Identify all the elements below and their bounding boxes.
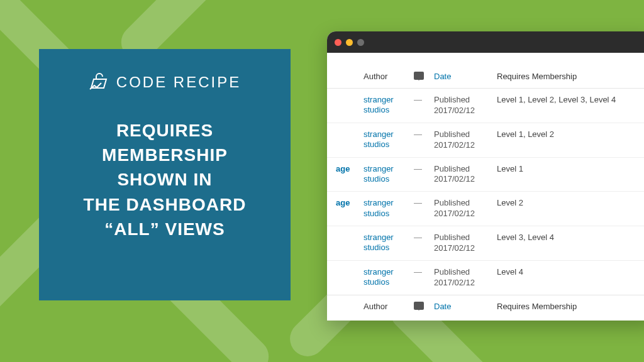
window-titlebar <box>327 31 644 53</box>
date-status: Published <box>434 95 487 106</box>
author-link[interactable]: stranger studios <box>364 233 404 253</box>
post-title-cell <box>327 260 358 295</box>
brand: CODE RECIPE <box>89 72 241 93</box>
headline: REQUIRES MEMBERSHIP SHOWN IN THE DASHBOA… <box>84 118 247 241</box>
comments-count: — <box>414 129 422 139</box>
col-membership-header[interactable]: Requires Membership <box>492 65 644 89</box>
col-author-footer[interactable]: Author <box>358 295 409 318</box>
author-cell: stranger studios <box>358 157 409 192</box>
comment-icon <box>414 302 424 310</box>
promo-card: CODE RECIPE REQUIRES MEMBERSHIP SHOWN IN… <box>39 49 291 300</box>
date-status: Published <box>434 267 487 278</box>
date-value: 2017/02/12 <box>434 278 487 288</box>
author-cell: stranger studios <box>358 89 409 123</box>
col-comments-header[interactable] <box>409 65 429 89</box>
post-title-link[interactable]: age <box>336 164 350 173</box>
author-link[interactable]: stranger studios <box>364 198 404 219</box>
close-icon[interactable] <box>335 39 341 46</box>
col-title-footer <box>327 295 358 318</box>
date-value: 2017/02/12 <box>434 209 487 219</box>
date-value: 2017/02/12 <box>434 243 487 254</box>
date-cell: Published2017/02/12 <box>429 123 492 157</box>
date-status: Published <box>434 164 487 175</box>
table-header-row: Author Date Requires Membership <box>327 65 644 89</box>
post-title-cell <box>327 226 358 261</box>
date-status: Published <box>434 198 487 209</box>
date-status: Published <box>434 233 487 243</box>
author-link[interactable]: stranger studios <box>364 164 404 185</box>
post-title-cell <box>327 123 358 157</box>
comments-cell: — <box>409 89 429 123</box>
table-row: stranger studios—Published2017/02/12Leve… <box>327 123 644 157</box>
author-cell: stranger studios <box>358 226 409 261</box>
date-status: Published <box>434 129 487 140</box>
browser-window: Author Date Requires Membership stranger… <box>327 31 644 321</box>
maximize-icon[interactable] <box>357 39 364 46</box>
col-comments-footer[interactable] <box>409 295 429 318</box>
table-footer-row: Author Date Requires Membership <box>327 295 644 318</box>
posts-table-wrap: Author Date Requires Membership stranger… <box>327 53 644 318</box>
author-link[interactable]: stranger studios <box>364 129 404 150</box>
author-cell: stranger studios <box>358 260 409 295</box>
author-link[interactable]: stranger studios <box>364 267 404 288</box>
membership-cell: Level 1, Level 2 <box>492 123 644 157</box>
date-value: 2017/02/12 <box>434 140 487 151</box>
col-date-header[interactable]: Date <box>429 65 492 89</box>
comments-cell: — <box>409 226 429 261</box>
author-cell: stranger studios <box>358 192 409 226</box>
table-row: stranger studios—Published2017/02/12Leve… <box>327 226 644 261</box>
membership-cell: Level 3, Level 4 <box>492 226 644 261</box>
lock-icon <box>89 72 110 93</box>
date-cell: Published2017/02/12 <box>429 157 492 192</box>
comments-count: — <box>414 233 422 242</box>
table-row: stranger studios—Published2017/02/12Leve… <box>327 260 644 295</box>
comments-count: — <box>414 198 422 207</box>
col-date-footer[interactable]: Date <box>429 295 492 318</box>
date-value: 2017/02/12 <box>434 174 487 185</box>
membership-cell: Level 1 <box>492 157 644 192</box>
col-author-header[interactable]: Author <box>358 65 409 89</box>
comments-cell: — <box>409 192 429 226</box>
comments-count: — <box>414 267 422 277</box>
author-cell: stranger studios <box>358 123 409 157</box>
table-row: agestranger studios—Published2017/02/12L… <box>327 192 644 226</box>
comments-cell: — <box>409 157 429 192</box>
posts-table: Author Date Requires Membership stranger… <box>327 65 644 318</box>
post-title-link[interactable]: age <box>336 198 350 207</box>
brand-label: CODE RECIPE <box>116 74 241 91</box>
comment-icon <box>414 72 424 80</box>
membership-cell: Level 4 <box>492 260 644 295</box>
post-title-cell: age <box>327 192 358 226</box>
date-cell: Published2017/02/12 <box>429 89 492 123</box>
membership-cell: Level 2 <box>492 192 644 226</box>
date-cell: Published2017/02/12 <box>429 260 492 295</box>
comments-cell: — <box>409 123 429 157</box>
comments-cell: — <box>409 260 429 295</box>
post-title-cell: age <box>327 157 358 192</box>
comments-count: — <box>414 164 422 173</box>
col-membership-footer[interactable]: Requires Membership <box>492 295 644 318</box>
date-cell: Published2017/02/12 <box>429 226 492 261</box>
date-value: 2017/02/12 <box>434 106 487 116</box>
post-title-cell <box>327 89 358 123</box>
table-row: agestranger studios—Published2017/02/12L… <box>327 157 644 192</box>
table-row: stranger studios—Published2017/02/12Leve… <box>327 89 644 123</box>
col-title-header <box>327 65 358 89</box>
minimize-icon[interactable] <box>346 39 353 46</box>
membership-cell: Level 1, Level 2, Level 3, Level 4 <box>492 89 644 123</box>
comments-count: — <box>414 95 422 104</box>
date-cell: Published2017/02/12 <box>429 192 492 226</box>
author-link[interactable]: stranger studios <box>364 95 404 116</box>
